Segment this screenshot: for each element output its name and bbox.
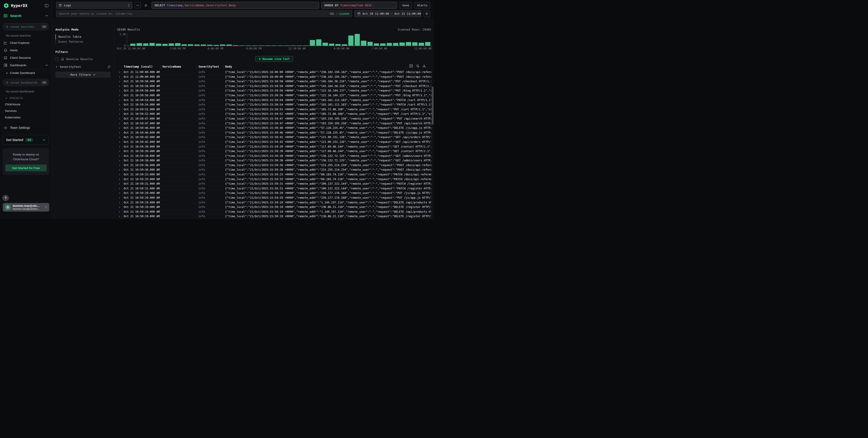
alerts-button[interactable]: Alerts bbox=[414, 2, 430, 9]
chart-bar[interactable] bbox=[226, 44, 231, 46]
table-row[interactable]: Oct 21 10:59:31.000 AMinfo{"time_local":… bbox=[117, 181, 431, 186]
chart-bar[interactable] bbox=[194, 44, 199, 46]
create-dashboard-button[interactable]: + Create Dashboard bbox=[0, 69, 52, 77]
header-servicename[interactable]: ServiceName bbox=[161, 65, 197, 68]
chart-bar[interactable] bbox=[406, 42, 411, 46]
preset-item-services[interactable]: Services bbox=[5, 109, 52, 112]
table-row[interactable]: Oct 21 10:59:19.000 AMinfo{"time_local":… bbox=[117, 200, 431, 205]
source-select[interactable]: Logs bbox=[56, 2, 132, 9]
chart-bar[interactable] bbox=[374, 43, 379, 46]
language-lucene-option[interactable]: Lucene bbox=[339, 12, 349, 15]
chart-bar[interactable] bbox=[278, 45, 283, 46]
table-row[interactable]: Oct 21 10:59:39.000 AMinfo{"time_local":… bbox=[117, 144, 431, 149]
chart-bar[interactable] bbox=[342, 44, 347, 46]
table-row[interactable]: Oct 21 10:59:29.000 AMinfo{"time_local":… bbox=[117, 191, 431, 196]
table-row[interactable]: Oct 21 10:59:47.000 AMinfo{"time_local":… bbox=[117, 116, 431, 121]
table-row[interactable]: Oct 21 10:59:39.000 AMinfo{"time_local":… bbox=[117, 149, 431, 154]
expand-icon[interactable] bbox=[117, 107, 122, 112]
run-query-button[interactable] bbox=[423, 10, 430, 17]
table-row[interactable]: Oct 21 10:59:38.000 AMinfo{"time_local":… bbox=[117, 158, 431, 163]
facet-severitytext[interactable]: SeverityText bbox=[55, 65, 111, 68]
chart-bar[interactable] bbox=[399, 42, 405, 46]
expand-icon[interactable] bbox=[117, 112, 122, 116]
preset-item-clickhouse[interactable]: ClickHouse bbox=[5, 103, 52, 106]
chart-bar[interactable] bbox=[201, 44, 206, 46]
expand-icon[interactable] bbox=[117, 158, 122, 163]
expand-icon[interactable] bbox=[117, 116, 122, 121]
chart-bar[interactable] bbox=[418, 43, 424, 46]
expand-icon[interactable] bbox=[117, 140, 122, 144]
table-row[interactable]: Oct 21 11:00:00.000 AMinfo{"time_local":… bbox=[117, 70, 431, 75]
expand-icon[interactable] bbox=[117, 84, 122, 88]
chart-bar[interactable] bbox=[322, 43, 328, 46]
chart-bar[interactable] bbox=[252, 45, 257, 46]
expand-icon[interactable] bbox=[117, 196, 122, 200]
denoise-results-toggle[interactable]: Denoise Results bbox=[55, 58, 111, 61]
chart-bar[interactable] bbox=[207, 45, 212, 46]
expand-icon[interactable] bbox=[117, 154, 122, 158]
header-body[interactable]: Body bbox=[224, 65, 431, 68]
header-timestamp[interactable]: Timestamp (Local) bbox=[122, 65, 161, 68]
chart-bar[interactable] bbox=[246, 45, 251, 46]
chart-bar[interactable] bbox=[393, 43, 398, 46]
expand-icon[interactable] bbox=[117, 167, 122, 172]
table-row[interactable]: Oct 21 11:00:00.000 AMinfo{"time_local":… bbox=[117, 75, 431, 79]
table-row[interactable]: Oct 21 10:59:54.000 AMinfo{"time_local":… bbox=[117, 102, 431, 107]
chart-bar[interactable] bbox=[303, 45, 308, 46]
event-search-input[interactable]: Search your events w/ Lucene ex. column:… bbox=[56, 10, 352, 17]
chart-bar[interactable] bbox=[425, 42, 430, 46]
chart-bar[interactable] bbox=[136, 43, 142, 46]
chart-bar[interactable] bbox=[368, 42, 373, 46]
expand-icon[interactable] bbox=[117, 186, 122, 191]
header-severitytext[interactable]: SeverityText bbox=[197, 65, 224, 68]
table-row[interactable]: Oct 21 10:59:58.000 AMinfo{"time_local":… bbox=[117, 84, 431, 89]
expand-icon[interactable] bbox=[117, 205, 122, 209]
order-by-input[interactable]: ORDER BY TimestampTime DESC bbox=[321, 2, 397, 9]
table-code-view-icon[interactable] bbox=[409, 64, 413, 68]
table-row[interactable]: Oct 21 10:59:46.000 AMinfo{"time_local":… bbox=[117, 130, 431, 135]
chart-bar[interactable] bbox=[175, 43, 180, 46]
chart-bar[interactable] bbox=[156, 44, 161, 46]
expand-icon[interactable] bbox=[117, 144, 122, 149]
sidebar-item-search[interactable]: Search bbox=[0, 11, 52, 21]
preset-item-kubernetes[interactable]: Kubernetes bbox=[5, 116, 52, 119]
get-started-free-button[interactable]: Get Started for Free bbox=[5, 165, 46, 171]
table-row[interactable]: Oct 21 10:59:38.000 AMinfo{"time_local":… bbox=[117, 154, 431, 159]
chart-bar[interactable] bbox=[143, 43, 148, 46]
chart-bar[interactable] bbox=[271, 45, 277, 46]
chart-bar[interactable] bbox=[329, 44, 334, 46]
presets-toggle[interactable]: PRESETS bbox=[5, 97, 52, 99]
get-started-toggle[interactable]: Get Started 3/3 bbox=[3, 135, 49, 145]
chevron-up-icon[interactable] bbox=[45, 14, 48, 17]
saved-searches-input[interactable]: Saved Searches ⌘K bbox=[3, 23, 49, 30]
sidebar-item-dashboards[interactable]: Dashboards bbox=[0, 62, 52, 69]
expand-icon[interactable] bbox=[117, 209, 122, 214]
chart-bar[interactable] bbox=[169, 43, 174, 46]
saved-dashboards-input[interactable]: Saved Dashboards ⌘K bbox=[3, 79, 49, 86]
table-row[interactable]: Oct 21 10:59:52.000 AMinfo{"time_local":… bbox=[117, 107, 431, 112]
chart-bar[interactable] bbox=[265, 45, 270, 46]
sidebar-collapse-icon[interactable] bbox=[44, 4, 49, 8]
expand-icon[interactable] bbox=[117, 121, 122, 126]
expand-icon[interactable] bbox=[117, 88, 122, 93]
chart-bar[interactable] bbox=[162, 44, 167, 46]
chart-bar[interactable] bbox=[361, 41, 366, 46]
time-range-picker[interactable]: Oct 20 11:00:00 - Oct 21 11:00:00 bbox=[354, 10, 421, 17]
table-row[interactable]: Oct 21 10:59:36.000 AMinfo{"time_local":… bbox=[117, 167, 431, 172]
chart-bar[interactable] bbox=[182, 44, 187, 46]
table-row[interactable]: Oct 21 10:59:29.000 AMinfo{"time_local":… bbox=[117, 196, 431, 200]
chart-bar[interactable] bbox=[220, 44, 225, 46]
table-row[interactable]: Oct 21 10:59:54.000 AMinfo{"time_local":… bbox=[117, 98, 431, 103]
expand-icon[interactable] bbox=[117, 98, 122, 102]
expand-icon[interactable] bbox=[117, 214, 122, 218]
chart-bar[interactable] bbox=[348, 35, 353, 46]
sidebar-item-client-sessions[interactable]: Client Sessions bbox=[0, 54, 52, 62]
download-icon[interactable] bbox=[423, 64, 426, 68]
table-row[interactable]: Oct 21 10:59:36.000 AMinfo{"time_local":… bbox=[117, 163, 431, 168]
table-row[interactable]: Oct 21 10:59:56.000 AMinfo{"time_local":… bbox=[117, 93, 431, 98]
expand-icon[interactable] bbox=[117, 191, 122, 195]
chart-bar[interactable] bbox=[412, 42, 417, 46]
expand-icon[interactable] bbox=[117, 135, 122, 139]
expand-icon[interactable] bbox=[117, 126, 122, 130]
user-menu[interactable]: D dominic.tran@clic... dominic.tran@clic… bbox=[3, 203, 49, 211]
